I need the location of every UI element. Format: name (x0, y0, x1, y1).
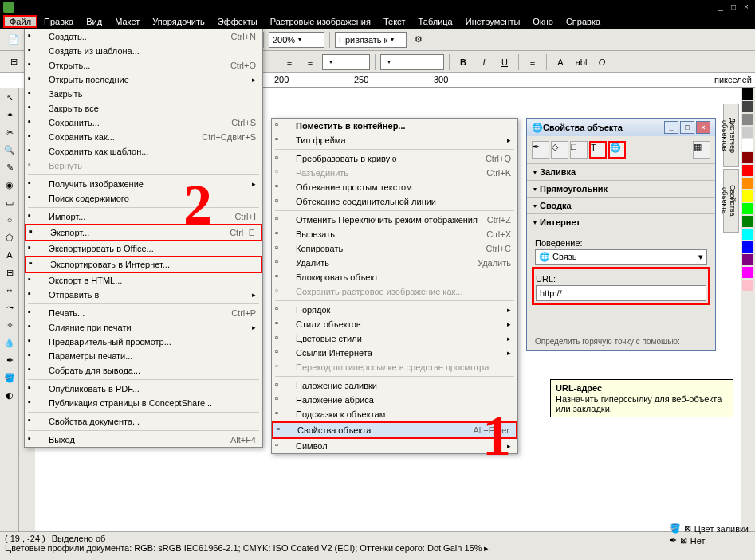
menu-effects[interactable]: Эффекты (211, 15, 264, 28)
context-menu-item[interactable]: ▫Порядок (272, 303, 517, 317)
maximize-button[interactable]: □ (728, 2, 739, 12)
italic-button[interactable]: I (475, 53, 493, 71)
file-menu-item[interactable]: ▪Экспортировать в Office... (25, 241, 262, 256)
new-button[interactable]: 📄 (5, 31, 22, 49)
color-swatch[interactable] (742, 267, 753, 278)
file-menu-item[interactable]: ▪Опубликовать в PDF... (25, 382, 262, 396)
color-swatch[interactable] (742, 254, 753, 265)
menu-layout[interactable]: Макет (108, 15, 146, 28)
tab-text[interactable]: T (589, 141, 607, 159)
options-button[interactable]: ⚙ (410, 31, 427, 49)
menu-bitmaps[interactable]: Растровые изображения (264, 15, 377, 28)
eyedropper-tool[interactable]: 💧 (2, 335, 18, 350)
file-menu-item[interactable]: ▪Открыть последние (25, 72, 262, 87)
tab-summary[interactable]: ▦ (693, 141, 710, 159)
section-fill[interactable]: Заливка (527, 163, 715, 180)
file-menu-item[interactable]: ▪Сохранить как шаблон... (25, 144, 262, 159)
minimize-button[interactable]: _ (715, 2, 726, 12)
context-menu-item[interactable]: ▫Наложение абриса (272, 393, 517, 407)
file-menu-item[interactable]: ▪Печать...Ctrl+P (25, 306, 262, 320)
crop-tool[interactable]: ✂ (2, 124, 18, 140)
polygon-tool[interactable]: ⬠ (2, 229, 18, 245)
context-menu-item[interactable]: ▫Ссылки Интернета (272, 346, 517, 360)
file-menu-item[interactable]: ▪Параметры печати... (25, 349, 262, 363)
menu-view[interactable]: Вид (80, 15, 108, 28)
file-menu-item[interactable]: ▪Экспортировать в Интернет... (25, 256, 262, 273)
text-tool[interactable]: A (2, 247, 18, 263)
context-menu-item[interactable]: ▫ВырезатьCtrl+X (272, 227, 517, 241)
file-menu-item[interactable]: ▪ВыходAlt+F4 (25, 433, 262, 447)
color-swatch[interactable] (742, 165, 753, 176)
docker-titlebar[interactable]: 🌐 Свойства объекта _ □ × (527, 119, 715, 136)
context-menu-item[interactable]: ▫Отменить Переключить режим отображенияC… (272, 213, 517, 227)
docker-tab-object-properties[interactable]: Свойства объекта (723, 169, 739, 233)
file-menu-item[interactable]: ▪Поиск содержимого (25, 191, 262, 206)
docker-minimize-button[interactable]: _ (664, 121, 678, 134)
menu-text[interactable]: Текст (377, 15, 412, 28)
context-menu-item[interactable]: ▫Обтекание простым текстом (272, 180, 517, 194)
file-menu-item[interactable]: ▪Закрыть все (25, 101, 262, 116)
close-button[interactable]: × (741, 2, 752, 12)
prop-combo[interactable] (322, 54, 370, 70)
dimension-tool[interactable]: ↔ (2, 282, 18, 298)
context-menu-item[interactable]: ▫Наложение заливки (272, 378, 517, 393)
context-menu-item[interactable]: ▫Свойства объектаAlt+Enter (272, 421, 517, 439)
prop-btn-1[interactable]: ⊞ (5, 53, 22, 71)
text-a-button[interactable]: A (552, 53, 569, 71)
menu-tools[interactable]: Инструменты (459, 15, 527, 28)
context-menu-item[interactable]: ▫Поместить в контейнер... (272, 119, 517, 133)
file-menu-item[interactable]: ▪Закрыть (25, 87, 262, 101)
file-menu-item[interactable]: ▪Получить изображение (25, 177, 262, 191)
smart-fill-tool[interactable]: ◉ (2, 177, 18, 193)
context-menu-item[interactable]: ▫КопироватьCtrl+C (272, 241, 517, 256)
menu-arrange[interactable]: Упорядочить (146, 15, 210, 28)
tab-internet[interactable]: 🌐 (608, 141, 626, 159)
tab-outline[interactable]: ✒ (532, 141, 549, 159)
docker-maximize-button[interactable]: □ (680, 121, 694, 134)
interactive-fill-tool[interactable]: ◐ (2, 387, 18, 403)
color-swatch[interactable] (742, 127, 753, 138)
context-menu-item[interactable]: ▫Подсказки к объектам (272, 407, 517, 421)
color-swatch[interactable] (742, 190, 753, 202)
docker-close-button[interactable]: × (696, 121, 710, 134)
zoom-combo[interactable]: 200% (269, 32, 324, 48)
file-menu-item[interactable]: ▪Сохранить как...Ctrl+Сдвиг+S (25, 130, 262, 144)
file-menu-item[interactable]: ▪Экспорт...Ctrl+E (25, 224, 262, 241)
effects-tool[interactable]: ✧ (2, 317, 18, 333)
section-internet[interactable]: Интернет (527, 213, 715, 230)
pick-tool[interactable]: ↖ (2, 89, 18, 105)
context-menu-item[interactable]: ▫Блокировать объект (272, 270, 517, 284)
color-swatch[interactable] (742, 88, 753, 100)
align-btn-2[interactable]: ≡ (301, 53, 319, 71)
align-left-button[interactable]: ≡ (524, 53, 541, 71)
context-menu-item[interactable]: ▫Символ (272, 439, 517, 453)
align-btn[interactable]: ≡ (281, 53, 298, 71)
color-swatch[interactable] (742, 241, 753, 253)
context-menu-item[interactable]: ▫Цветовые стили (272, 331, 517, 346)
bold-button[interactable]: B (454, 53, 472, 71)
outline-combo[interactable] (380, 54, 444, 70)
context-menu-item[interactable]: ▫Стили объектов (272, 317, 517, 331)
rectangle-tool[interactable]: ▭ (2, 194, 18, 210)
shape-tool[interactable]: ✦ (2, 107, 18, 123)
color-swatch[interactable] (742, 203, 753, 214)
context-menu-item[interactable]: ▫Тип фрейма (272, 133, 517, 147)
file-menu-item[interactable]: ▪Экспорт в HTML... (25, 273, 262, 288)
section-summary[interactable]: Сводка (527, 197, 715, 213)
file-menu-item[interactable]: ▪Открыть...Ctrl+O (25, 58, 262, 72)
text-abl-button[interactable]: abl (572, 53, 590, 71)
file-menu-item[interactable]: ▪Слияние при печати (25, 320, 262, 335)
zoom-tool[interactable]: 🔍 (2, 142, 18, 158)
context-menu-item[interactable]: ▫УдалитьУдалить (272, 256, 517, 270)
tab-transparency[interactable]: □ (570, 141, 588, 159)
table-tool[interactable]: ⊞ (2, 264, 18, 280)
menu-file[interactable]: Файл (3, 15, 37, 28)
section-rectangle[interactable]: Прямоугольник (527, 180, 715, 197)
menu-table[interactable]: Таблица (412, 15, 459, 28)
snap-combo[interactable]: Привязать к (335, 32, 407, 48)
color-swatch[interactable] (742, 280, 753, 291)
file-menu-item[interactable]: ▪Отправить в (25, 288, 262, 302)
file-menu-item[interactable]: ▪Сохранить...Ctrl+S (25, 116, 262, 130)
context-menu-item[interactable]: ▫Обтекание соединительной линии (272, 194, 517, 209)
behavior-combo[interactable]: 🌐 Связь ▾ (535, 249, 707, 265)
